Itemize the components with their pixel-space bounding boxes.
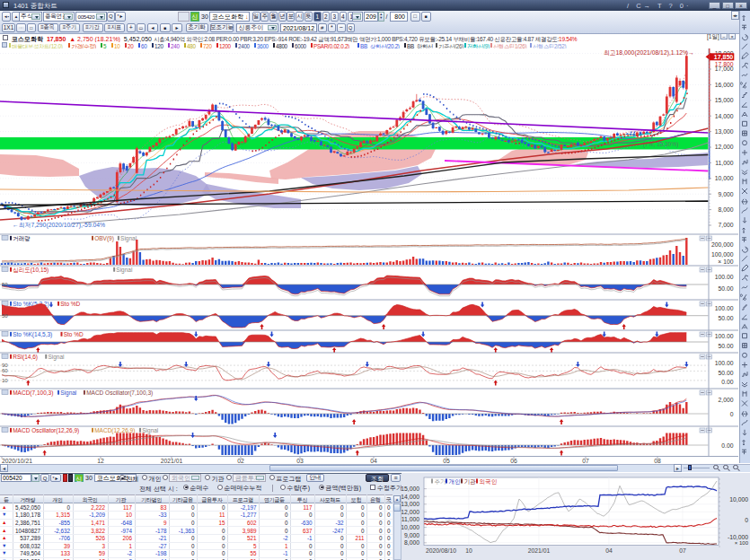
svg-text:2021/01: 2021/01 (528, 547, 551, 554)
svg-text:기관: 기관 (464, 478, 477, 485)
svg-text:2020/10/21: 2020/10/21 (2, 458, 32, 464)
svg-text:14,000: 14,000 (715, 113, 734, 119)
svg-text:50: 50 (2, 282, 8, 287)
svg-text:12,000: 12,000 (715, 144, 734, 150)
svg-text:16,000: 16,000 (715, 82, 734, 88)
svg-text:50: 50 (2, 313, 8, 319)
svg-text:Sto %K(14,5,3): Sto %K(14,5,3) (13, 331, 52, 338)
svg-text:50.00: 50.00 (718, 370, 733, 376)
svg-text:8,000: 8,000 (718, 206, 733, 213)
svg-text:100.00: 100.00 (715, 274, 734, 280)
svg-text:Signal: Signal (116, 267, 133, 274)
svg-text:50.00: 50.00 (718, 285, 733, 292)
svg-text:0.00: 0.00 (721, 442, 733, 449)
svg-text:MACD Oscillator(12,26,9): MACD Oscillator(12,26,9) (13, 427, 79, 434)
svg-text:-10,000: -10,000 (728, 534, 748, 540)
svg-text:14,000: 14,000 (401, 494, 419, 500)
svg-text:12,000: 12,000 (401, 509, 419, 515)
svg-text:0.00: 0.00 (721, 379, 733, 385)
svg-text:MACD Oscillator(7,100,3): MACD Oscillator(7,100,3) (86, 389, 153, 397)
svg-text:10: 10 (465, 547, 472, 554)
svg-text:× 100: × 100 (735, 540, 749, 546)
svg-text:100.00: 100.00 (715, 333, 734, 339)
svg-text:2,000: 2,000 (718, 397, 733, 403)
svg-text:07: 07 (679, 547, 686, 554)
svg-text:11,000: 11,000 (401, 516, 419, 522)
svg-text:MACD(7,100,3): MACD(7,100,3) (13, 389, 53, 397)
svg-text:60: 60 (2, 368, 8, 373)
svg-text:17,800: 17,800 (715, 61, 734, 67)
svg-text:OBV(9): OBV(9) (94, 235, 114, 242)
svg-text:100.00: 100.00 (715, 360, 734, 366)
svg-text:외국인: 외국인 (480, 478, 498, 485)
svg-text:10,000: 10,000 (401, 524, 419, 530)
svg-text:주가: 주가 (435, 478, 447, 485)
svg-text:최고18,000(2021/08/12),1.12%→: 최고18,000(2021/08/12),1.12%→ (604, 49, 694, 57)
svg-text:←최저7,290(2020/10/27),-59.04%: ←최저7,290(2020/10/27),-59.04% (13, 222, 105, 229)
svg-text:9,000: 9,000 (404, 532, 419, 538)
svg-text:Signal: Signal (120, 235, 137, 242)
svg-text:15,000: 15,000 (715, 97, 734, 103)
svg-text:200,000: 200,000 (711, 241, 734, 248)
svg-text:50.00: 50.00 (718, 315, 733, 321)
svg-text:13,000: 13,000 (715, 128, 734, 135)
svg-text:심리도(10,15): 심리도(10,15) (13, 267, 49, 274)
svg-text:15,000: 15,000 (401, 486, 419, 492)
svg-text:Signal: Signal (60, 389, 77, 397)
svg-text:10: 10 (2, 378, 8, 383)
svg-text:MACD(12,26,9): MACD(12,26,9) (94, 427, 135, 434)
svg-text:Sto %D: Sto %D (64, 331, 84, 337)
svg-text:8,000: 8,000 (404, 539, 419, 546)
svg-text:7,000: 7,000 (718, 222, 733, 228)
svg-text:개인: 개인 (449, 478, 461, 485)
svg-text:04: 04 (605, 547, 613, 554)
svg-text:9,000: 9,000 (718, 191, 733, 197)
svg-text:Signal: Signal (48, 354, 65, 361)
svg-text:50.00: 50.00 (718, 343, 733, 349)
svg-text:0: 0 (745, 517, 748, 523)
svg-text:거래량: 거래량 (13, 235, 31, 242)
svg-text:Sto %D: Sto %D (60, 301, 80, 307)
svg-text:RSI(14,6): RSI(14,6) (13, 354, 38, 361)
svg-text:90: 90 (2, 363, 8, 368)
svg-text:10,000: 10,000 (715, 175, 734, 181)
svg-text:11,000: 11,000 (715, 160, 734, 166)
svg-text:2020/08/10: 2020/08/10 (426, 547, 456, 554)
svg-text:100,000: 100,000 (711, 251, 734, 258)
svg-text:× 100: × 100 (718, 258, 733, 265)
svg-text:100.00: 100.00 (715, 305, 734, 311)
svg-text:13,000: 13,000 (401, 501, 419, 507)
svg-text:10,000: 10,000 (729, 496, 748, 503)
svg-text:Signal: Signal (142, 427, 159, 434)
svg-text:0: 0 (730, 411, 734, 417)
